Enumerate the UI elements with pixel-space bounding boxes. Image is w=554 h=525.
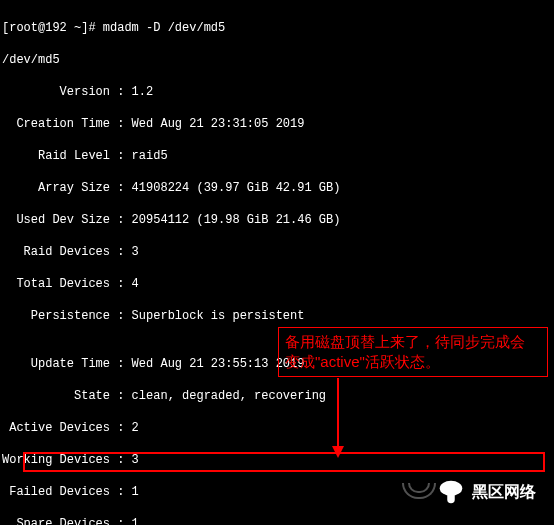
mushroom-icon <box>436 477 466 507</box>
annotation-callout: 备用磁盘顶替上来了，待同步完成会 变成"active"活跃状态。 <box>278 327 548 377</box>
svg-rect-3 <box>447 492 455 503</box>
annotation-line: 变成"active"活跃状态。 <box>285 352 541 372</box>
field-spare-devices: Spare Devices : 1 <box>2 516 552 525</box>
field-persistence: Persistence : Superblock is persistent <box>2 308 552 324</box>
field-total-devices: Total Devices : 4 <box>2 276 552 292</box>
field-active-devices: Active Devices : 2 <box>2 420 552 436</box>
field-raid-devices: Raid Devices : 3 <box>2 244 552 260</box>
annotation-line: 备用磁盘顶替上来了，待同步完成会 <box>285 332 541 352</box>
terminal-output: [root@192 ~]# mdadm -D /dev/md5 /dev/md5… <box>0 0 554 525</box>
field-raid-level: Raid Level : raid5 <box>2 148 552 164</box>
field-state: State : clean, degraded, recovering <box>2 388 552 404</box>
watermark-text: 黑区网络 <box>472 482 536 503</box>
command-line: [root@192 ~]# mdadm -D /dev/md5 <box>2 20 552 36</box>
field-used-dev-size: Used Dev Size : 20954112 (19.98 GiB 21.4… <box>2 212 552 228</box>
watermark: 黑区网络 <box>436 477 536 507</box>
field-creation-time: Creation Time : Wed Aug 21 23:31:05 2019 <box>2 116 552 132</box>
field-working-devices: Working Devices : 3 <box>2 452 552 468</box>
field-array-size: Array Size : 41908224 (39.97 GiB 42.91 G… <box>2 180 552 196</box>
field-version: Version : 1.2 <box>2 84 552 100</box>
device-path: /dev/md5 <box>2 52 552 68</box>
